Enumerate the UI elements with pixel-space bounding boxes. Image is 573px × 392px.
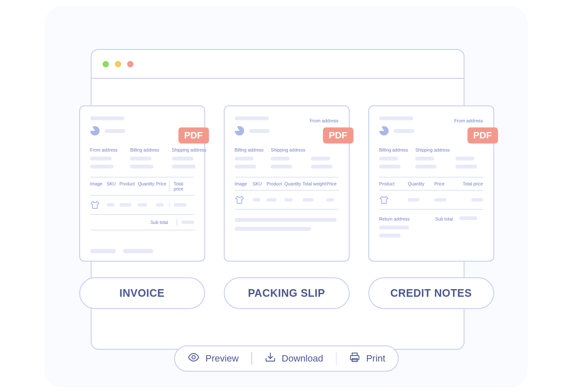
placeholder	[456, 165, 477, 168]
placeholder	[415, 157, 434, 160]
billing-address-label: Billing address	[130, 147, 159, 152]
placeholder	[394, 129, 414, 133]
invoice-card: PDF From address Billing address	[79, 105, 205, 262]
placeholder	[235, 218, 337, 222]
placeholder	[120, 203, 131, 207]
placeholder	[235, 116, 269, 120]
placeholder	[249, 129, 270, 133]
col-sku: SKU	[107, 181, 120, 191]
col-quantity: Quantity	[408, 181, 434, 186]
placeholder	[379, 234, 401, 237]
placeholder	[90, 157, 111, 160]
invoice-pill[interactable]: INVOICE	[79, 277, 205, 309]
action-bar: Preview Download Print	[174, 345, 399, 372]
placeholder	[130, 157, 151, 160]
placeholder	[379, 226, 409, 229]
from-address-label: From address	[310, 118, 339, 123]
svg-point-0	[192, 356, 195, 359]
billing-address-label: Billing address	[235, 147, 265, 152]
tshirt-icon	[235, 196, 253, 204]
packing-slip-card: PDF From address Billing address Shippin…	[224, 105, 350, 262]
logo-circle-icon	[379, 126, 389, 135]
separator	[336, 352, 337, 365]
placeholder	[105, 129, 125, 133]
browser-titlebar	[92, 50, 464, 79]
placeholder	[408, 198, 420, 202]
from-address-label: From address	[454, 118, 483, 123]
col-quantity: Quantity	[284, 181, 302, 186]
placeholder	[267, 198, 277, 202]
placeholder	[181, 221, 194, 224]
placeholder	[172, 157, 193, 160]
placeholder	[311, 165, 332, 168]
placeholder	[471, 198, 483, 202]
placeholder	[271, 157, 289, 160]
return-address-label: Return address	[379, 216, 427, 221]
placeholder	[415, 165, 437, 168]
eye-icon	[188, 353, 200, 364]
placeholder	[90, 165, 114, 168]
separator	[251, 352, 252, 365]
credit-notes-pill[interactable]: CREDIT NOTES	[368, 277, 494, 309]
subtotal-label: Sub total	[435, 216, 453, 221]
placeholder	[235, 165, 256, 168]
col-price: Price	[156, 181, 169, 191]
table-row	[235, 190, 339, 210]
placeholder	[284, 198, 293, 202]
col-price: Price	[434, 181, 459, 186]
placeholder	[459, 216, 477, 220]
print-button[interactable]: Print	[349, 352, 385, 365]
download-label: Download	[282, 353, 323, 364]
traffic-light-maximize-icon	[127, 61, 134, 67]
placeholder	[90, 116, 124, 120]
placeholder	[156, 203, 164, 207]
preview-label: Preview	[206, 353, 239, 364]
billing-address-label: Billing address	[379, 147, 410, 152]
table-row	[90, 196, 194, 215]
placeholder	[303, 198, 314, 202]
placeholder	[434, 198, 446, 202]
col-total-weight: Total weight	[303, 181, 327, 186]
pdf-badge: PDF	[323, 127, 353, 144]
pdf-badge: PDF	[178, 127, 209, 144]
col-price: Price	[326, 181, 338, 186]
from-address-label: From address	[90, 147, 118, 152]
placeholder	[235, 157, 253, 160]
download-icon	[265, 352, 276, 365]
placeholder	[138, 203, 147, 207]
placeholder	[379, 157, 398, 160]
subtotal-label: Sub total	[150, 220, 168, 225]
col-image: Image	[235, 181, 253, 186]
col-quantity: Quantity	[138, 181, 156, 191]
pdf-badge: PDF	[467, 127, 498, 144]
table-header: Image SKU Product Quantity Price Total p…	[90, 177, 194, 196]
col-product: Product	[120, 181, 138, 191]
traffic-light-close-icon	[103, 61, 109, 67]
table-header: Image SKU Product Quantity Total weight …	[235, 177, 339, 190]
tshirt-icon	[379, 196, 408, 204]
packing-slip-pill[interactable]: PACKING SLIP	[224, 277, 350, 309]
placeholder	[456, 157, 474, 160]
credit-notes-card: PDF From address Billing address Shippin…	[368, 105, 494, 262]
placeholder	[379, 116, 413, 120]
shipping-address-label: Shipping address	[415, 147, 450, 152]
placeholder	[253, 198, 260, 202]
col-product: Product	[267, 181, 284, 186]
placeholder	[107, 203, 114, 207]
placeholder	[271, 165, 292, 168]
col-total-price: Total price	[459, 181, 483, 186]
placeholder	[123, 249, 153, 253]
download-button[interactable]: Download	[265, 352, 323, 365]
placeholder	[311, 157, 330, 160]
table-header: Product Quantity Price Total price	[379, 177, 483, 190]
col-image: Image	[90, 181, 107, 191]
preview-button[interactable]: Preview	[188, 353, 239, 364]
traffic-light-minimize-icon	[115, 61, 121, 67]
placeholder	[172, 165, 195, 168]
shipping-address-label: Shipping address	[271, 147, 305, 152]
placeholder	[90, 249, 116, 253]
print-label: Print	[366, 353, 385, 364]
placeholder	[235, 227, 311, 231]
tshirt-icon	[90, 201, 107, 209]
printer-icon	[349, 352, 360, 365]
